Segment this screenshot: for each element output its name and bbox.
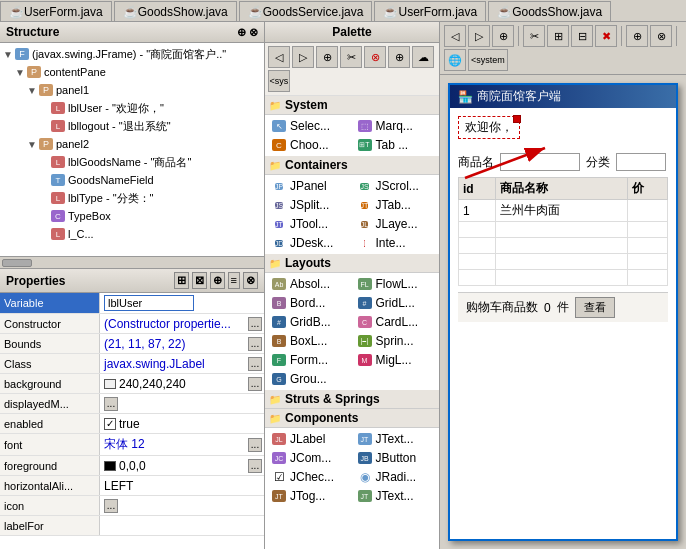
palette-tb-btn5[interactable]: ⊗ bbox=[364, 46, 386, 68]
props-input-variable[interactable] bbox=[104, 295, 194, 311]
props-icon1[interactable]: ⊞ bbox=[174, 272, 189, 289]
props-val-foreground[interactable]: 0,0,0 ... bbox=[100, 456, 264, 475]
tree-item-jframe[interactable]: ▼ F (javax.swing.JFrame) - "商院面馆客户.." bbox=[2, 45, 262, 63]
palette-item-spring[interactable]: |‒| Sprin... bbox=[353, 332, 438, 350]
tree-item-lbllogout[interactable]: L lbllogout - "退出系统" bbox=[2, 117, 262, 135]
tab-goodsshow[interactable]: ☕ GoodsShow.java bbox=[114, 1, 237, 21]
palette-tb-btn1[interactable]: ◁ bbox=[268, 46, 290, 68]
palette-item-jbutton[interactable]: JB JButton bbox=[353, 449, 438, 467]
palette-item-inter[interactable]: I Inte... bbox=[353, 234, 438, 252]
tb-copy[interactable]: ⊞ bbox=[547, 25, 569, 47]
table-row-5[interactable] bbox=[459, 270, 668, 286]
table-row-2[interactable] bbox=[459, 222, 668, 238]
tree-toggle-panel1[interactable]: ▼ bbox=[26, 85, 38, 96]
props-val-bounds[interactable]: (21, 11, 87, 22) ... bbox=[100, 334, 264, 353]
tab-userform1[interactable]: ☕ UserForm.java bbox=[0, 1, 112, 21]
palette-tb-btn3[interactable]: ⊕ bbox=[316, 46, 338, 68]
tb-world[interactable]: 🌐 bbox=[444, 49, 466, 71]
tree-scrollbar[interactable] bbox=[0, 256, 264, 268]
tb-stop[interactable]: ⊗ bbox=[650, 25, 672, 47]
palette-section-components[interactable]: 📁 Components bbox=[265, 409, 439, 428]
palette-item-grou[interactable]: G Grou... bbox=[267, 370, 352, 388]
palette-item-gridb[interactable]: # GridB... bbox=[267, 313, 352, 331]
palette-section-containers[interactable]: 📁 Containers bbox=[265, 156, 439, 175]
props-icon5[interactable]: ⊗ bbox=[243, 272, 258, 289]
tree-toggle-jframe[interactable]: ▼ bbox=[2, 49, 14, 60]
tb-cut[interactable]: ✂ bbox=[523, 25, 545, 47]
props-val-constructor[interactable]: (Constructor propertie... ... bbox=[100, 314, 264, 333]
tree-item-more[interactable]: L l_C... bbox=[2, 225, 262, 243]
props-ellipsis-class[interactable]: ... bbox=[248, 357, 262, 371]
palette-item-bord[interactable]: B Bord... bbox=[267, 294, 352, 312]
structure-icon-btn2[interactable]: ⊗ bbox=[249, 26, 258, 39]
palette-item-cardl[interactable]: C CardL... bbox=[353, 313, 438, 331]
palette-item-jcheck[interactable]: ☑ JChec... bbox=[267, 468, 352, 486]
tree-item-lbluser[interactable]: L lblUser - "欢迎你，" bbox=[2, 99, 262, 117]
palette-tb-btn7[interactable]: ☁ bbox=[412, 46, 434, 68]
props-icon2[interactable]: ⊠ bbox=[192, 272, 207, 289]
tab-userform2[interactable]: ☕ UserForm.java bbox=[374, 1, 486, 21]
palette-item-jsplit[interactable]: JS JSplit... bbox=[267, 196, 352, 214]
tree-item-lblgoodsname[interactable]: L lblGoodsName - "商品名" bbox=[2, 153, 262, 171]
tree-item-panel1[interactable]: ▼ P panel1 bbox=[2, 81, 262, 99]
palette-item-jtog[interactable]: JT JTog... bbox=[267, 487, 352, 505]
tree-toggle-panel2[interactable]: ▼ bbox=[26, 139, 38, 150]
palette-item-jcom[interactable]: JC JCom... bbox=[267, 449, 352, 467]
tree-item-typebox[interactable]: C TypeBox bbox=[2, 207, 262, 225]
palette-item-gridl[interactable]: # GridL... bbox=[353, 294, 438, 312]
props-val-font[interactable]: 宋体 12 ... bbox=[100, 434, 264, 455]
props-ellipsis-foreground[interactable]: ... bbox=[248, 459, 262, 473]
palette-tb-btn4[interactable]: ✂ bbox=[340, 46, 362, 68]
palette-tb-btn6[interactable]: ⊕ bbox=[388, 46, 410, 68]
palette-item-absol[interactable]: Ab Absol... bbox=[267, 275, 352, 293]
palette-item-marquee[interactable]: ⬚ Marq... bbox=[353, 117, 438, 135]
palette-item-jlabel[interactable]: JL JLabel bbox=[267, 430, 352, 448]
palette-item-jtab[interactable]: JT JTab... bbox=[353, 196, 438, 214]
palette-item-tab[interactable]: ⊞T Tab ... bbox=[353, 136, 438, 154]
props-icon4[interactable]: ≡ bbox=[228, 272, 240, 289]
tree-item-goodsnamefield[interactable]: T GoodsNameField bbox=[2, 171, 262, 189]
view-cart-btn[interactable]: 查看 bbox=[575, 297, 615, 318]
palette-tb-btn8[interactable]: <sys bbox=[268, 70, 290, 92]
palette-tb-btn2[interactable]: ▷ bbox=[292, 46, 314, 68]
tb-undo[interactable]: ◁ bbox=[444, 25, 466, 47]
tree-item-lbltype[interactable]: L lblType - "分类：" bbox=[2, 189, 262, 207]
props-ellipsis-icon[interactable]: ... bbox=[104, 499, 118, 513]
goods-name-input[interactable] bbox=[500, 153, 580, 171]
props-ellipsis-bounds[interactable]: ... bbox=[248, 337, 262, 351]
tree-toggle-contentpane[interactable]: ▼ bbox=[14, 67, 26, 78]
palette-item-form[interactable]: F Form... bbox=[267, 351, 352, 369]
palette-item-flow[interactable]: FL FlowL... bbox=[353, 275, 438, 293]
palette-item-boxl[interactable]: B BoxL... bbox=[267, 332, 352, 350]
palette-item-choose[interactable]: C Choo... bbox=[267, 136, 352, 154]
palette-item-jdesk[interactable]: JD JDesk... bbox=[267, 234, 352, 252]
props-icon3[interactable]: ⊕ bbox=[210, 272, 225, 289]
tb-run[interactable]: ⊕ bbox=[626, 25, 648, 47]
table-row-4[interactable] bbox=[459, 254, 668, 270]
tree-item-contentpane[interactable]: ▼ P contentPane bbox=[2, 63, 262, 81]
tb-paste[interactable]: ⊟ bbox=[571, 25, 593, 47]
tree-item-panel2[interactable]: ▼ P panel2 bbox=[2, 135, 262, 153]
palette-section-system[interactable]: 📁 System bbox=[265, 96, 439, 115]
palette-section-layouts[interactable]: 📁 Layouts bbox=[265, 254, 439, 273]
palette-item-jpanel[interactable]: JP JPanel bbox=[267, 177, 352, 195]
tb-sys[interactable]: <system bbox=[468, 49, 508, 71]
props-val-class[interactable]: javax.swing.JLabel ... bbox=[100, 354, 264, 373]
tab-goodsservice[interactable]: ☕ GoodsService.java bbox=[239, 1, 373, 21]
props-ellipsis-constructor[interactable]: ... bbox=[248, 317, 262, 331]
props-ellipsis-background[interactable]: ... bbox=[248, 377, 262, 391]
tb-add[interactable]: ⊕ bbox=[492, 25, 514, 47]
props-ellipsis-displayedm[interactable]: ... bbox=[104, 397, 118, 411]
palette-item-select[interactable]: ↖ Selec... bbox=[267, 117, 352, 135]
table-row-1[interactable]: 1 兰州牛肉面 bbox=[459, 200, 668, 222]
palette-item-migl[interactable]: M MigL... bbox=[353, 351, 438, 369]
tb-redo[interactable]: ▷ bbox=[468, 25, 490, 47]
palette-item-jlayer[interactable]: JL JLaye... bbox=[353, 215, 438, 233]
structure-icon-btn1[interactable]: ⊕ bbox=[237, 26, 246, 39]
tb-delete[interactable]: ✖ bbox=[595, 25, 617, 47]
check-box-enabled[interactable]: ✓ bbox=[104, 418, 116, 430]
props-ellipsis-font[interactable]: ... bbox=[248, 438, 262, 452]
palette-item-jscroll[interactable]: JS JScrol... bbox=[353, 177, 438, 195]
props-val-background[interactable]: 240,240,240 ... bbox=[100, 374, 264, 393]
palette-item-jradi[interactable]: ◉ JRadi... bbox=[353, 468, 438, 486]
